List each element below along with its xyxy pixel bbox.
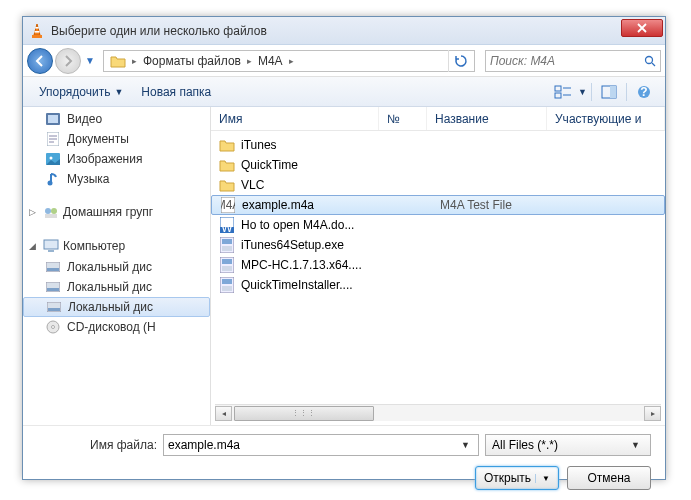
titlebar: Выберите один или несколько файлов	[23, 17, 665, 45]
file-row[interactable]: VLC	[211, 175, 665, 195]
sidebar-item-documents[interactable]: Документы	[23, 129, 210, 149]
cancel-button[interactable]: Отмена	[567, 466, 651, 490]
column-title[interactable]: Название	[427, 107, 547, 130]
sidebar-cd-drive[interactable]: CD-дисковод (Н	[23, 317, 210, 337]
sidebar-computer[interactable]: ◢ Компьютер	[23, 235, 210, 257]
filetype-filter[interactable]: All Files (*.*) ▼	[485, 434, 651, 456]
file-row[interactable]: WHo to open M4A.do...	[211, 215, 665, 235]
svg-rect-22	[47, 268, 59, 271]
file-row[interactable]: iTunes64Setup.exe	[211, 235, 665, 255]
chevron-right-icon[interactable]: ▸	[287, 56, 296, 66]
file-open-dialog: Выберите один или несколько файлов ▼ ▸ Ф…	[22, 16, 666, 480]
chevron-right-icon[interactable]: ▸	[130, 56, 139, 66]
drive-icon	[45, 280, 61, 294]
drive-icon	[46, 300, 62, 314]
forward-button[interactable]	[55, 48, 81, 74]
svg-point-3	[646, 56, 653, 63]
svg-rect-2	[35, 31, 40, 33]
sidebar-drive[interactable]: Локальный дис	[23, 257, 210, 277]
svg-text:?: ?	[640, 85, 647, 99]
svg-rect-42	[222, 286, 232, 291]
sidebar: Видео Документы Изображения Музыка ▷ Дом…	[23, 107, 211, 425]
file-name: QuickTimeInstaller....	[241, 278, 391, 292]
svg-rect-18	[45, 214, 57, 218]
search-box[interactable]	[485, 50, 661, 72]
file-row[interactable]: QuickTimeInstaller....	[211, 275, 665, 295]
file-name: VLC	[241, 178, 391, 192]
exe-icon	[219, 257, 235, 273]
sidebar-item-pictures[interactable]: Изображения	[23, 149, 210, 169]
file-name: Ho to open M4A.do...	[241, 218, 391, 232]
file-row[interactable]: M4Aexample.m4aM4A Test File	[211, 195, 665, 215]
svg-text:M4A: M4A	[221, 198, 235, 212]
chevron-down-icon: ▼	[535, 474, 550, 483]
titlebar-text: Выберите один или несколько файлов	[51, 24, 621, 38]
files-container[interactable]: iTunesQuickTimeVLCM4Aexample.m4aM4A Test…	[211, 131, 665, 404]
video-icon	[45, 112, 61, 126]
sidebar-drive[interactable]: Локальный дис	[23, 277, 210, 297]
file-row[interactable]: MPC-HC.1.7.13.x64....	[211, 255, 665, 275]
svg-point-28	[52, 326, 55, 329]
filename-combo[interactable]: ▼	[163, 434, 479, 456]
chevron-down-icon[interactable]: ▼	[457, 440, 474, 450]
navbar: ▼ ▸ Форматы файлов ▸ M4A ▸	[23, 45, 665, 77]
svg-rect-41	[222, 279, 232, 284]
column-headers: Имя № Название Участвующие и	[211, 107, 665, 131]
svg-rect-20	[48, 250, 54, 252]
svg-point-15	[48, 181, 53, 186]
document-icon	[45, 132, 61, 146]
nav-history-chevron[interactable]: ▼	[83, 55, 97, 66]
music-icon	[45, 172, 61, 186]
svg-rect-1	[35, 27, 38, 29]
scroll-right-button[interactable]: ▸	[644, 406, 661, 421]
toolbar: Упорядочить ▼ Новая папка ▼ ?	[23, 77, 665, 107]
filename-label: Имя файла:	[37, 438, 157, 452]
breadcrumb-seg2[interactable]: M4A	[254, 51, 287, 71]
exe-icon	[219, 237, 235, 253]
exe-icon	[219, 277, 235, 293]
file-title: M4A Test File	[440, 198, 512, 212]
organize-button[interactable]: Упорядочить ▼	[31, 82, 131, 102]
svg-rect-5	[555, 93, 561, 98]
file-name: iTunes64Setup.exe	[241, 238, 391, 252]
svg-point-17	[51, 208, 57, 214]
search-input[interactable]	[490, 54, 644, 68]
search-icon	[644, 55, 656, 67]
refresh-button[interactable]	[448, 50, 472, 72]
breadcrumb-seg1[interactable]: Форматы файлов	[139, 51, 245, 71]
svg-rect-19	[44, 240, 58, 249]
back-button[interactable]	[27, 48, 53, 74]
column-name[interactable]: Имя	[211, 107, 379, 130]
scroll-thumb[interactable]: ⋮⋮⋮	[234, 406, 374, 421]
sidebar-item-music[interactable]: Музыка	[23, 169, 210, 189]
file-row[interactable]: QuickTime	[211, 155, 665, 175]
svg-rect-0	[32, 35, 42, 38]
file-row[interactable]: iTunes	[211, 135, 665, 155]
file-name: MPC-HC.1.7.13.x64....	[241, 258, 391, 272]
column-participants[interactable]: Участвующие и	[547, 107, 665, 130]
open-button[interactable]: Открыть ▼	[475, 466, 559, 490]
view-options-button[interactable]	[550, 81, 576, 103]
svg-rect-38	[222, 259, 232, 264]
breadcrumb[interactable]: ▸ Форматы файлов ▸ M4A ▸	[103, 50, 475, 72]
cd-icon	[45, 320, 61, 334]
chevron-down-icon: ▼	[627, 440, 644, 450]
close-button[interactable]	[621, 19, 663, 37]
file-name: QuickTime	[241, 158, 391, 172]
filename-input[interactable]	[168, 438, 457, 452]
sidebar-item-videos[interactable]: Видео	[23, 109, 210, 129]
svg-rect-4	[555, 86, 561, 91]
preview-pane-button[interactable]	[596, 81, 622, 103]
sidebar-homegroup[interactable]: ▷ Домашняя групг	[23, 201, 210, 223]
sidebar-drive[interactable]: Локальный дис	[23, 297, 210, 317]
chevron-right-icon[interactable]: ▸	[245, 56, 254, 66]
horizontal-scrollbar[interactable]: ◂ ⋮⋮⋮ ▸	[215, 404, 661, 421]
help-button[interactable]: ?	[631, 81, 657, 103]
folder-icon	[110, 54, 126, 68]
chevron-down-icon[interactable]: ▼	[578, 87, 587, 97]
m4a-icon: M4A	[220, 197, 236, 213]
new-folder-button[interactable]: Новая папка	[133, 82, 219, 102]
column-num[interactable]: №	[379, 107, 427, 130]
scroll-left-button[interactable]: ◂	[215, 406, 232, 421]
svg-point-14	[50, 157, 53, 160]
